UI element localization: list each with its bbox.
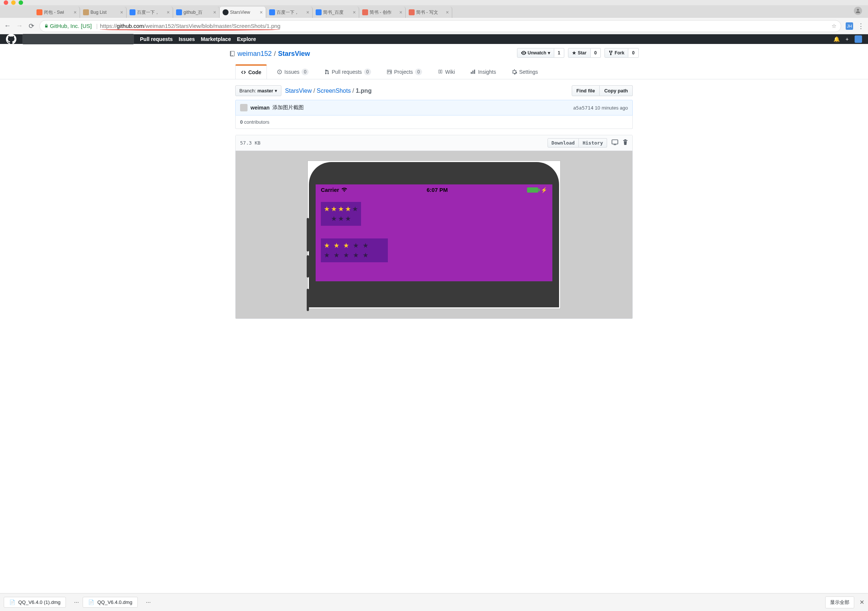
tab-close-icon[interactable]: ×	[446, 9, 449, 15]
tab-projects[interactable]: Projects 0	[381, 64, 428, 79]
favicon	[130, 9, 135, 15]
wifi-icon	[341, 188, 347, 192]
author-avatar[interactable]	[240, 104, 248, 111]
tab-label: Code	[248, 69, 261, 75]
extension-badge[interactable]: JH	[846, 22, 853, 30]
star-button[interactable]: ★ Star	[568, 48, 591, 58]
browser-tab[interactable]: 简书_百度×	[313, 7, 359, 18]
close-window[interactable]	[4, 0, 8, 5]
stars-box-2: ★ ★ ★ ★ ★ ★ ★ ★ ★ ★	[321, 238, 388, 262]
graph-icon	[470, 69, 476, 75]
eye-icon	[521, 50, 526, 56]
display-icon[interactable]	[612, 139, 618, 147]
maximize-window[interactable]	[19, 0, 23, 5]
tab-label: Pull requests	[332, 69, 362, 75]
browser-tab[interactable]: github_百×	[173, 7, 220, 18]
stars-box-1: ★★★★★ ★★★	[321, 202, 361, 226]
nav-issues[interactable]: Issues	[179, 36, 195, 42]
browser-tab-active[interactable]: StarsView×	[220, 7, 266, 18]
file-box-header: 57.3 KB Download History	[236, 135, 632, 151]
github-search[interactable]	[22, 34, 134, 44]
svg-point-2	[279, 72, 280, 73]
watch-count[interactable]: 1	[554, 48, 565, 58]
favicon	[176, 9, 182, 15]
address-bar[interactable]: GitHub, Inc. [US] | https://github.com/w…	[39, 20, 841, 32]
tab-close-icon[interactable]: ×	[167, 9, 170, 15]
unwatch-button[interactable]: Unwatch ▾	[517, 48, 554, 58]
repo-sep: /	[274, 50, 276, 58]
url-text: https://github.com/weiman152/StarsView/b…	[100, 23, 280, 29]
tab-close-icon[interactable]: ×	[213, 9, 216, 15]
favicon	[409, 9, 415, 15]
tab-wiki[interactable]: Wiki	[432, 64, 460, 79]
tab-close-icon[interactable]: ×	[120, 9, 123, 15]
tab-close-icon[interactable]: ×	[260, 9, 263, 15]
browser-tab[interactable]: 简书 - 写文×	[406, 7, 452, 18]
fork-button[interactable]: Fork	[604, 48, 628, 58]
crumb-root[interactable]: StarsView	[285, 87, 312, 94]
tab-label: Insights	[478, 69, 496, 75]
browser-tab[interactable]: 百度一下，×	[266, 7, 313, 18]
reload-button[interactable]: ⟳	[28, 22, 35, 30]
svg-rect-8	[473, 71, 474, 74]
nav-marketplace[interactable]: Marketplace	[201, 36, 231, 42]
pull-icon	[324, 69, 329, 75]
commit-time: 10 minutes ago	[595, 105, 628, 110]
tab-insights[interactable]: Insights	[465, 64, 501, 79]
commit-sha[interactable]: a5a5714	[573, 105, 594, 110]
file-size: 57.3 KB	[240, 140, 260, 146]
github-favicon	[223, 9, 229, 15]
fork-icon	[609, 50, 613, 56]
nav-pulls[interactable]: Pull requests	[140, 36, 173, 42]
repo-name-link[interactable]: StarsView	[278, 50, 310, 58]
tab-close-icon[interactable]: ×	[306, 9, 309, 15]
favicon	[36, 9, 42, 15]
copy-path-button[interactable]: Copy path	[600, 86, 633, 96]
browser-tab[interactable]: 百度一下，×	[127, 7, 173, 18]
repo-owner-link[interactable]: weiman152	[237, 50, 272, 58]
tab-label: 简书_百度	[323, 9, 351, 16]
user-avatar[interactable]	[855, 36, 862, 43]
bell-icon[interactable]: 🔔	[833, 36, 840, 42]
crumb-folder[interactable]: ScreenShots	[317, 87, 351, 94]
tab-label: github_百	[183, 9, 212, 16]
plus-icon[interactable]: +	[846, 36, 849, 42]
tab-code[interactable]: Code	[235, 64, 267, 79]
favicon	[362, 9, 368, 15]
tab-close-icon[interactable]: ×	[74, 9, 77, 15]
fork-count[interactable]: 0	[628, 48, 639, 58]
find-file-button[interactable]: Find file	[572, 86, 600, 96]
favicon	[83, 9, 89, 15]
carrier-label: Carrier	[321, 187, 339, 193]
file-content: Carrier 6:07 PM ⚡ ★★★★★ ★★★	[236, 151, 632, 319]
file-nav: Branch: master ▾ StarsView / ScreenShots…	[235, 79, 633, 100]
tab-label: 百度一下，	[137, 9, 165, 16]
tab-label: Projects	[394, 69, 413, 75]
commit-message[interactable]: 添加图片截图	[273, 104, 304, 111]
back-button[interactable]: ←	[4, 22, 11, 30]
branch-select[interactable]: Branch: master ▾	[235, 86, 281, 96]
star-count[interactable]: 0	[591, 48, 601, 58]
minimize-window[interactable]	[11, 0, 16, 5]
browser-menu-icon[interactable]: ⋮	[857, 22, 864, 30]
trash-icon[interactable]	[623, 139, 628, 146]
browser-tab[interactable]: Bug List×	[80, 7, 127, 18]
download-button[interactable]: Download	[547, 138, 579, 148]
tab-close-icon[interactable]: ×	[353, 9, 356, 15]
forward-button: →	[16, 22, 23, 30]
browser-tab[interactable]: 闭包 - Swi×	[34, 7, 80, 18]
tab-pulls[interactable]: Pull requests 0	[319, 64, 377, 79]
commit-author[interactable]: weiman	[251, 105, 270, 110]
watch-group: Unwatch ▾ 1	[517, 48, 565, 58]
browser-profile-icon[interactable]	[854, 7, 862, 15]
tab-issues[interactable]: Issues 0	[271, 64, 314, 79]
security-indicator[interactable]: GitHub, Inc. [US]	[44, 23, 92, 29]
history-button[interactable]: History	[579, 138, 607, 148]
nav-explore[interactable]: Explore	[237, 36, 256, 42]
tab-close-icon[interactable]: ×	[399, 9, 402, 15]
github-logo[interactable]	[6, 34, 16, 44]
bookmark-star-icon[interactable]: ☆	[832, 23, 836, 30]
browser-tab[interactable]: 简书 - 创作×	[359, 7, 406, 18]
tab-settings[interactable]: Settings	[506, 64, 544, 79]
favicon	[316, 9, 322, 15]
